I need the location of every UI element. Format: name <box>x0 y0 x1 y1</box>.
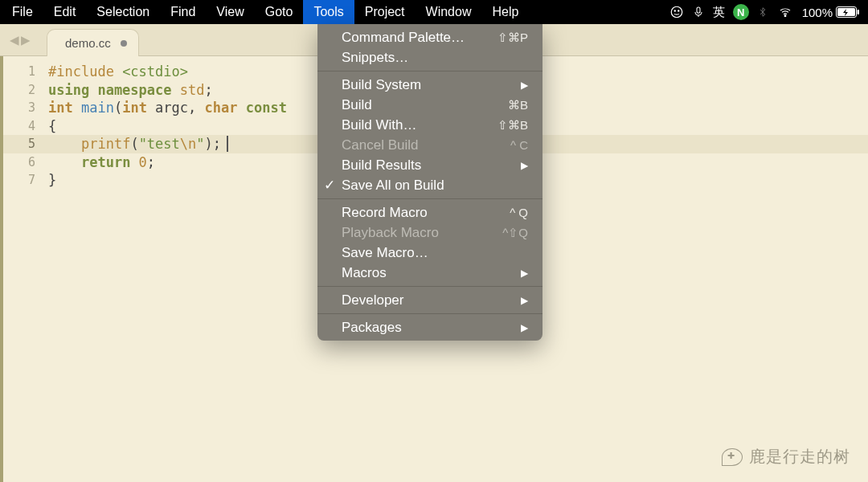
line-number: 2 <box>3 81 48 100</box>
menu-item-shortcut: ⇧⌘B <box>497 118 528 133</box>
menu-item-label: Build <box>342 97 508 113</box>
battery-percent: 100% <box>802 6 833 19</box>
line-number: 4 <box>3 117 48 136</box>
battery-status[interactable]: 100% <box>802 6 860 19</box>
ime-indicator[interactable]: 英 <box>713 5 725 20</box>
menu-item-shortcut: ^⇧Q <box>502 226 528 240</box>
menu-edit[interactable]: Edit <box>43 0 87 24</box>
menu-selection[interactable]: Selection <box>86 0 160 24</box>
check-icon: ✓ <box>324 177 335 194</box>
svg-point-0 <box>671 6 682 18</box>
menu-item-label: Macros <box>342 265 521 281</box>
menu-item-shortcut: ^ C <box>510 138 528 152</box>
mic-icon[interactable] <box>692 5 705 19</box>
menu-item-record-macro[interactable]: Record Macro^ Q <box>317 202 542 223</box>
menubar: FileEditSelectionFindViewGotoToolsProjec… <box>0 0 868 24</box>
menu-item-shortcut: ⇧⌘P <box>497 31 528 45</box>
submenu-arrow-icon: ▶ <box>521 160 528 171</box>
menu-item-label: Build With… <box>342 117 497 133</box>
menu-item-developer[interactable]: Developer▶ <box>317 290 542 310</box>
tab-filename: demo.cc <box>65 36 111 50</box>
menu-item-playback-macro: Playback Macro^⇧Q <box>317 223 542 243</box>
menu-item-build[interactable]: Build⌘B <box>317 95 542 115</box>
smiley-icon[interactable] <box>669 5 684 19</box>
nav-forward-icon[interactable]: ▶ <box>21 33 31 47</box>
line-number: 3 <box>3 99 48 117</box>
menu-item-label: Developer <box>342 292 521 308</box>
watermark-text: 鹿是行走的树 <box>749 446 850 468</box>
wifi-icon[interactable] <box>776 6 794 18</box>
menu-item-label: Command Palette… <box>342 30 497 46</box>
line-number: 6 <box>3 153 48 172</box>
submenu-arrow-icon: ▶ <box>521 295 528 306</box>
menu-item-command-palette[interactable]: Command Palette…⇧⌘P <box>317 27 542 47</box>
tab-nav-arrows[interactable]: ◀ ▶ <box>10 33 31 47</box>
menu-item-macros[interactable]: Macros▶ <box>317 263 542 283</box>
menu-item-shortcut: ^ Q <box>510 206 528 219</box>
menu-window[interactable]: Window <box>416 0 482 24</box>
menu-item-snippets[interactable]: Snippets… <box>317 47 542 67</box>
menu-item-label: Cancel Build <box>342 137 510 153</box>
svg-rect-6 <box>858 10 860 14</box>
menu-help[interactable]: Help <box>481 0 529 24</box>
n-badge-icon[interactable]: N <box>733 4 749 20</box>
submenu-arrow-icon: ▶ <box>521 322 528 333</box>
menu-item-packages[interactable]: Packages▶ <box>317 317 542 337</box>
menu-item-label: Packages <box>342 320 521 336</box>
menu-item-save-all-on-build[interactable]: ✓Save All on Build <box>317 175 542 195</box>
dirty-indicator-icon <box>121 40 127 47</box>
menu-project[interactable]: Project <box>354 0 416 24</box>
svg-rect-3 <box>697 7 700 13</box>
svg-point-1 <box>674 10 675 11</box>
menu-item-shortcut: ⌘B <box>508 98 528 112</box>
tools-menu-dropdown: Command Palette…⇧⌘PSnippets…Build System… <box>317 24 542 341</box>
menu-view[interactable]: View <box>206 0 254 24</box>
svg-point-2 <box>678 10 678 11</box>
nav-back-icon[interactable]: ◀ <box>10 33 19 47</box>
menu-file[interactable]: File <box>2 0 43 24</box>
menu-find[interactable]: Find <box>160 0 206 24</box>
menu-item-build-results[interactable]: Build Results▶ <box>317 155 542 175</box>
file-tab[interactable]: demo.cc <box>47 29 139 56</box>
line-number: 5 <box>3 135 48 153</box>
submenu-arrow-icon: ▶ <box>521 268 528 279</box>
line-number-gutter: 1234567 <box>3 56 48 482</box>
submenu-arrow-icon: ▶ <box>521 80 528 91</box>
menu-item-label: Record Macro <box>342 205 510 221</box>
menu-item-label: Snippets… <box>342 50 528 66</box>
line-number: 7 <box>3 171 48 190</box>
watermark-icon <box>722 448 743 466</box>
menu-item-build-system[interactable]: Build System▶ <box>317 75 542 95</box>
bluetooth-icon[interactable] <box>757 5 768 19</box>
menu-item-build-with[interactable]: Build With…⇧⌘B <box>317 115 542 135</box>
menu-item-label: Build Results <box>342 157 521 174</box>
system-tray: 英 N 100% <box>669 4 866 20</box>
menu-item-label: Save Macro… <box>342 245 528 261</box>
menu-item-label: Build System <box>342 77 521 93</box>
menu-item-save-macro[interactable]: Save Macro… <box>317 243 542 263</box>
menu-tools[interactable]: Tools <box>303 0 354 24</box>
menu-item-cancel-build: Cancel Build^ C <box>317 135 542 155</box>
menu-item-label: Save All on Build <box>342 178 528 194</box>
menu-item-label: Playback Macro <box>342 225 502 241</box>
line-number: 1 <box>3 63 48 81</box>
watermark: 鹿是行走的树 <box>722 446 850 468</box>
svg-point-4 <box>784 15 786 17</box>
text-caret <box>227 136 228 152</box>
menu-goto[interactable]: Goto <box>255 0 304 24</box>
